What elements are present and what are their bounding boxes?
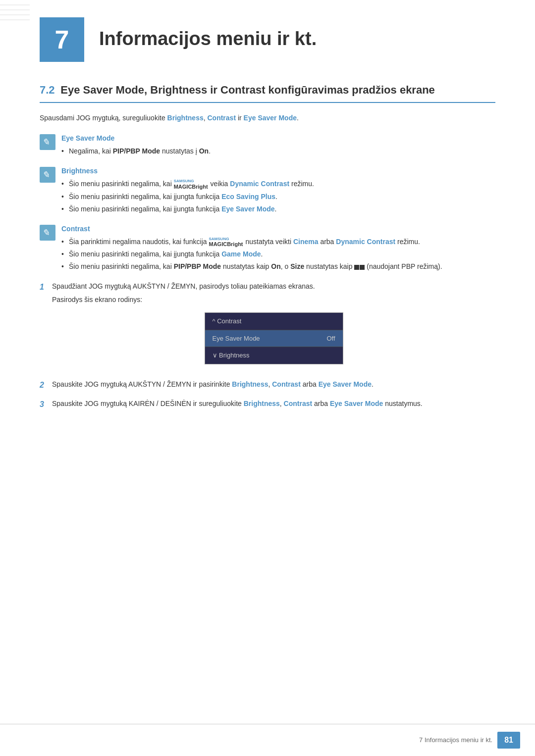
step-1: 1 Spaudžiant JOG mygtuką AUKŠTYN / ŽEMYN… [40, 281, 495, 372]
menu-row-eye-saver-label: Eye Saver Mode [213, 334, 260, 344]
note-list-item: Šia parinktimi negalima naudotis, kai fu… [61, 237, 495, 248]
step-2: 2 Spauskite JOG mygtuką AUKŠTYN / ŽEMYN … [40, 379, 495, 391]
svg-text:✎: ✎ [42, 170, 50, 180]
note-icon-2: ✎ [40, 167, 55, 183]
note-list-2: Šio meniu pasirinkti negalima, kai SAMSU… [61, 179, 495, 214]
steps-container: 1 Spaudžiant JOG mygtuką AUKŠTYN / ŽEMYN… [40, 281, 495, 410]
note-list-item: Šio meniu pasirinkti negalima, kai įjung… [61, 204, 495, 214]
footer-chapter-text: 7 Informacijos meniu ir kt. [419, 735, 492, 745]
section-number: 7.2 [40, 84, 55, 96]
svg-text:✎: ✎ [42, 228, 50, 238]
svg-text:✎: ✎ [42, 137, 50, 147]
menu-row-brightness-label: ∨ Brightness [213, 351, 250, 360]
step-number-1: 1 [40, 281, 52, 293]
note-list-item: Šio meniu pasirinkti negalima, kai įjung… [61, 192, 495, 202]
note-eye-saver-mode: ✎ Eye Saver Mode Negalima, kai PIP/PBP M… [40, 133, 495, 158]
samsung-magic-bright-1: SAMSUNGMAGICBright [174, 179, 208, 190]
note-brightness: ✎ Brightness Šio meniu pasirinkti negali… [40, 166, 495, 216]
menu-mockup: ^ Contrast Eye Saver Mode Off ∨ Brightne… [205, 312, 343, 364]
chapter-title: Informacijos meniu ir kt. [99, 15, 317, 53]
note-content-2: Brightness Šio meniu pasirinkti negalima… [61, 166, 495, 216]
menu-row-eye-saver: Eye Saver Mode Off [205, 330, 343, 348]
double-square-icon [354, 265, 365, 270]
note-list-item: Negalima, kai PIP/PBP Mode nustatytas į … [61, 146, 495, 156]
note-content-3: Contrast Šia parinktimi negalima naudoti… [61, 224, 495, 274]
samsung-magic-bright-2: SAMSUNGMAGICBright [209, 237, 243, 248]
footer-page-number: 81 [497, 732, 520, 749]
note-icon-3: ✎ [40, 225, 55, 241]
step-3: 3 Spauskite JOG mygtuką KAIRĖN / DEŠINĖN… [40, 399, 495, 410]
note-list-item: Šio meniu pasirinkti negalima, kai PIP/P… [61, 261, 495, 272]
note-title-3: Contrast [61, 224, 495, 234]
note-title-1: Eye Saver Mode [61, 133, 495, 144]
note-title-2: Brightness [61, 166, 495, 176]
section-title: Eye Saver Mode, Brightness ir Contrast k… [60, 84, 435, 96]
note-contrast: ✎ Contrast Šia parinktimi negalima naudo… [40, 224, 495, 274]
note-list-3: Šia parinktimi negalima naudotis, kai fu… [61, 237, 495, 272]
step-number-3: 3 [40, 399, 52, 410]
step-content-3: Spauskite JOG mygtuką KAIRĖN / DEŠINĖN i… [52, 399, 495, 409]
menu-row-contrast: ^ Contrast [205, 313, 343, 330]
note-list-item: Šio meniu pasirinkti negalima, kai SAMSU… [61, 179, 495, 190]
note-icon-1: ✎ [40, 134, 55, 150]
note-content-1: Eye Saver Mode Negalima, kai PIP/PBP Mod… [61, 133, 495, 158]
menu-row-contrast-label: ^ Contrast [213, 316, 242, 326]
step-number-2: 2 [40, 379, 52, 391]
section-heading: 7.2 Eye Saver Mode, Brightness ir Contra… [40, 82, 495, 103]
note-list-item: Šio meniu pasirinkti negalima, kai įjung… [61, 249, 495, 259]
intro-paragraph: Spausdami JOG mygtuką, sureguliuokite Br… [40, 113, 495, 123]
note-list-1: Negalima, kai PIP/PBP Mode nustatytas į … [61, 146, 495, 156]
menu-row-brightness: ∨ Brightness [205, 347, 343, 364]
step-content-2: Spauskite JOG mygtuką AUKŠTYN / ŽEMYN ir… [52, 379, 495, 390]
chapter-number: 7 [40, 17, 84, 62]
step-content-1: Spaudžiant JOG mygtuką AUKŠTYN / ŽEMYN, … [52, 281, 495, 372]
menu-row-eye-saver-value: Off [326, 334, 335, 344]
chapter-header: 7 Informacijos meniu ir kt. [40, 0, 495, 62]
page-footer: 7 Informacijos meniu ir kt. 81 [0, 724, 535, 756]
